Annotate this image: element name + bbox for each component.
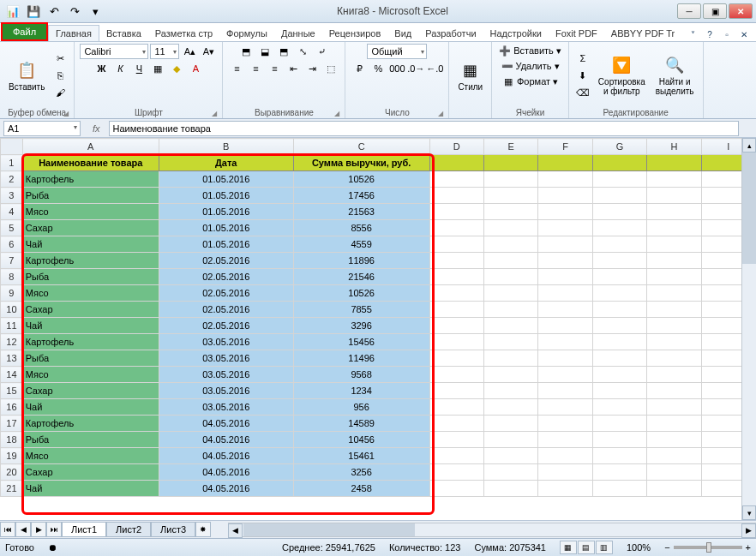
scroll-up-icon[interactable]: ▴ <box>742 138 756 152</box>
fill-color-icon[interactable]: ◆ <box>168 61 185 76</box>
cell-empty[interactable] <box>647 432 701 448</box>
tab-layout[interactable]: Разметка стр <box>148 26 219 41</box>
cell-date[interactable]: 04.05.2016 <box>159 416 293 432</box>
underline-icon[interactable]: Ч <box>130 61 147 76</box>
cell-empty[interactable] <box>429 253 483 269</box>
save-icon[interactable]: 💾 <box>24 2 43 21</box>
cell-name[interactable]: Рыба <box>22 350 159 367</box>
cell-empty[interactable] <box>592 188 646 204</box>
worksheet-grid[interactable]: ABCDEFGHI1Наименование товараДатаСумма в… <box>0 138 756 520</box>
row-header-2[interactable]: 2 <box>1 171 23 188</box>
tab-developer[interactable]: Разработчи <box>418 26 483 41</box>
cell-sum[interactable]: 21563 <box>293 204 429 220</box>
cell-empty[interactable] <box>647 285 701 302</box>
cell-empty[interactable] <box>483 269 537 285</box>
cell-date[interactable]: 01.05.2016 <box>159 220 293 236</box>
cell-date[interactable]: 03.05.2016 <box>159 383 293 399</box>
grow-font-icon[interactable]: A▴ <box>181 44 198 59</box>
view-layout-icon[interactable]: ▤ <box>578 541 595 554</box>
cell-name[interactable]: Чай <box>22 399 159 416</box>
cell-date[interactable]: 02.05.2016 <box>159 285 293 302</box>
cell-header[interactable]: Наименование товара <box>22 155 159 171</box>
cell-name[interactable]: Рыба <box>22 188 159 204</box>
sheet-tab-2[interactable]: Лист2 <box>106 522 151 537</box>
insert-cells-button[interactable]: ➕Вставить ▾ <box>497 44 563 57</box>
zoom-out-icon[interactable]: − <box>664 542 669 553</box>
row-header-16[interactable]: 16 <box>1 399 23 416</box>
cell-empty[interactable] <box>538 448 592 464</box>
cell-empty[interactable] <box>592 464 646 481</box>
sheet-tab-3[interactable]: Лист3 <box>151 522 195 537</box>
cell-date[interactable]: 02.05.2016 <box>159 253 293 269</box>
row-header-9[interactable]: 9 <box>1 285 23 302</box>
tab-home[interactable]: Главная <box>48 25 99 41</box>
cell-empty[interactable] <box>647 350 701 367</box>
col-header-E[interactable]: E <box>483 139 537 155</box>
cell-empty[interactable] <box>647 318 701 334</box>
cell-sum[interactable]: 10526 <box>293 285 429 302</box>
cell-empty[interactable] <box>538 350 592 367</box>
col-header-C[interactable]: C <box>293 139 429 155</box>
cut-icon[interactable]: ✂ <box>51 51 69 66</box>
cell-empty[interactable] <box>538 253 592 269</box>
cell-empty[interactable] <box>429 350 483 367</box>
align-left-icon[interactable]: ≡ <box>228 61 245 76</box>
cell-date[interactable]: 03.05.2016 <box>159 399 293 416</box>
paste-button[interactable]: 📋 Вставить <box>5 58 48 93</box>
undo-icon[interactable]: ↶ <box>45 2 63 21</box>
row-header-3[interactable]: 3 <box>1 188 23 204</box>
cell-empty[interactable] <box>483 155 537 171</box>
cell-date[interactable]: 01.05.2016 <box>159 188 293 204</box>
cell-empty[interactable] <box>592 285 646 302</box>
cell-empty[interactable] <box>429 188 483 204</box>
cell-empty[interactable] <box>483 171 537 188</box>
cell-empty[interactable] <box>538 269 592 285</box>
cell-empty[interactable] <box>429 269 483 285</box>
cell-empty[interactable] <box>647 383 701 399</box>
align-center-icon[interactable]: ≡ <box>247 61 264 76</box>
col-header-B[interactable]: B <box>159 139 293 155</box>
select-all-corner[interactable] <box>1 139 23 155</box>
cell-empty[interactable] <box>538 171 592 188</box>
cell-sum[interactable]: 21546 <box>293 269 429 285</box>
align-top-icon[interactable]: ⬒ <box>237 44 255 59</box>
last-sheet-icon[interactable]: ⏭ <box>46 522 62 537</box>
zoom-slider[interactable] <box>674 546 742 549</box>
cell-sum[interactable]: 10526 <box>293 171 429 188</box>
scroll-left-icon[interactable]: ◀ <box>228 523 243 538</box>
cell-date[interactable]: 03.05.2016 <box>159 350 293 367</box>
cell-empty[interactable] <box>538 204 592 220</box>
cell-sum[interactable]: 8556 <box>293 220 429 236</box>
bold-icon[interactable]: Ж <box>93 61 110 76</box>
cell-empty[interactable] <box>483 253 537 269</box>
tab-abbyy[interactable]: ABBYY PDF Tr <box>604 26 681 41</box>
cell-empty[interactable] <box>483 302 537 318</box>
clipboard-launcher-icon[interactable]: ◢ <box>63 110 69 117</box>
cell-empty[interactable] <box>483 334 537 350</box>
maximize-button[interactable]: ▣ <box>703 3 727 19</box>
tab-insert[interactable]: Вставка <box>99 26 148 41</box>
cell-empty[interactable] <box>429 416 483 432</box>
cell-empty[interactable] <box>429 432 483 448</box>
comma-icon[interactable]: 000 <box>388 61 405 76</box>
cell-name[interactable]: Рыба <box>22 432 159 448</box>
col-header-A[interactable]: A <box>22 139 159 155</box>
view-normal-icon[interactable]: ▦ <box>560 541 577 554</box>
cell-empty[interactable] <box>483 350 537 367</box>
cell-empty[interactable] <box>592 220 646 236</box>
cell-empty[interactable] <box>592 318 646 334</box>
cell-sum[interactable]: 17456 <box>293 188 429 204</box>
row-header-5[interactable]: 5 <box>1 220 23 236</box>
row-header-19[interactable]: 19 <box>1 448 23 464</box>
cell-empty[interactable] <box>538 220 592 236</box>
hscroll-thumb[interactable] <box>243 523 415 536</box>
tab-addins[interactable]: Надстройки <box>483 26 549 41</box>
cell-empty[interactable] <box>483 318 537 334</box>
new-sheet-icon[interactable]: ✸ <box>195 522 211 537</box>
cell-empty[interactable] <box>647 416 701 432</box>
scroll-right-icon[interactable]: ▶ <box>741 523 756 538</box>
cell-empty[interactable] <box>592 302 646 318</box>
cell-empty[interactable] <box>538 318 592 334</box>
cell-empty[interactable] <box>538 334 592 350</box>
cell-name[interactable]: Картофель <box>22 171 159 188</box>
